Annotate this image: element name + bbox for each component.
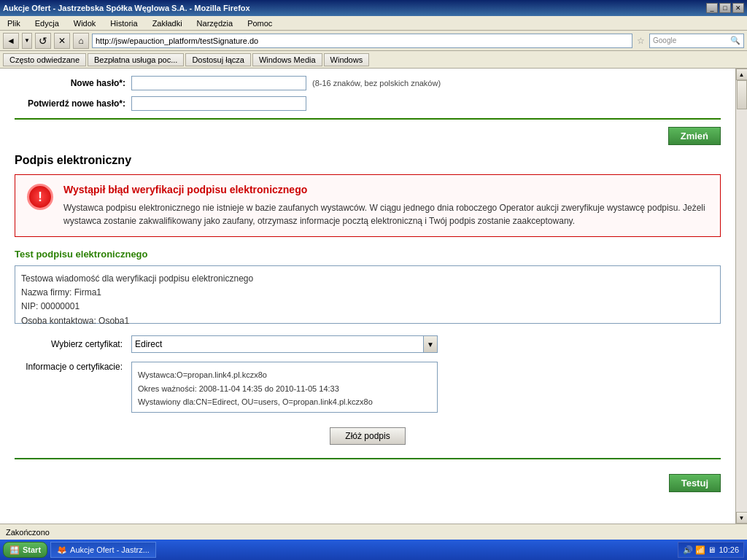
new-password-input[interactable] xyxy=(131,76,306,90)
system-tray: 🔊 📶 🖥 10:26 xyxy=(678,542,744,558)
scrollbar: ▲ ▼ xyxy=(735,69,747,524)
confirm-password-input[interactable] xyxy=(131,96,306,111)
browser-content: Nowe hasło*: (8-16 znaków, bez polskich … xyxy=(0,69,747,524)
test-message-box: Testowa wiadomość dla weryfikacji podpis… xyxy=(15,265,721,324)
test-message-line2: Nazwa firmy: Firma1 xyxy=(21,286,714,300)
test-section-title: Test podpisu elektronicznego xyxy=(15,249,721,260)
menu-narzedzia[interactable]: Narzędzia xyxy=(193,18,238,29)
system-time: 10:26 xyxy=(719,545,739,554)
search-placeholder: Google xyxy=(653,36,676,44)
taskbar-window-title: Aukcje Ofert - Jastrz... xyxy=(70,545,150,554)
start-label: Start xyxy=(23,545,41,554)
error-box: ! Wystąpił błąd weryfikacji podpisu elek… xyxy=(15,174,721,237)
taskbar: 🪟 Start 🦊 Aukcje Ofert - Jastrz... 🔊 📶 🖥… xyxy=(0,540,747,560)
section-title: Podpis elektroniczny xyxy=(15,154,721,167)
status-bar: Zakończono xyxy=(0,524,747,540)
menu-zakladki[interactable]: Zakładki xyxy=(148,18,187,29)
cert-select[interactable]: Edirect xyxy=(131,335,438,353)
window-title: Aukcje Ofert - Jastrzebska Spółka Węglow… xyxy=(3,4,250,12)
home-button[interactable]: ⌂ xyxy=(73,33,89,49)
cert-select-row: Wybierz certyfikat: Edirect ▼ xyxy=(15,335,721,353)
test-button[interactable]: Testuj xyxy=(669,474,721,492)
cert-info-label: Informacje o certyfikacie: xyxy=(15,362,131,372)
cert-info-line2: Okres ważności: 2008-11-04 14:35 do 2010… xyxy=(138,382,431,396)
test-message-line1: Testowa wiadomość dla weryfikacji podpis… xyxy=(21,272,714,286)
scroll-down-button[interactable]: ▼ xyxy=(736,512,748,524)
bookmark-dostosuj[interactable]: Dostosuj łącza xyxy=(185,53,251,66)
status-text: Zakończono xyxy=(6,528,50,537)
cert-info-line1: Wystawca:O=propan.link4.pl.kczx8o xyxy=(138,368,431,382)
bookmarks-bar: Często odwiedzane Bezpłatna usługa poc..… xyxy=(0,51,747,69)
menu-plik[interactable]: Plik xyxy=(3,18,25,29)
reload-button[interactable]: ↺ xyxy=(35,33,51,49)
window-controls: _ □ ✕ xyxy=(706,3,744,13)
cert-select-wrapper: Edirect ▼ xyxy=(131,335,438,353)
error-icon: ! xyxy=(27,184,53,210)
cert-dropdown-icon[interactable]: ▼ xyxy=(423,335,438,353)
bookmark-windows[interactable]: Windows xyxy=(324,53,370,66)
error-exclamation: ! xyxy=(38,190,42,205)
confirm-password-label: Potwierdź nowe hasło*: xyxy=(15,98,131,109)
tray-icons: 🔊 📶 🖥 xyxy=(683,545,716,555)
submit-button[interactable]: Złóż podpis xyxy=(330,427,405,445)
test-message-line3: NIP: 00000001 xyxy=(21,300,714,314)
bookmark-czesto[interactable]: Często odwiedzane xyxy=(3,53,86,66)
bottom-divider xyxy=(15,458,721,459)
error-body: Wystawca podpisu elektronicznego nie ist… xyxy=(63,201,708,228)
scroll-track[interactable] xyxy=(736,80,748,512)
back-button[interactable]: ◄ xyxy=(3,33,19,49)
submit-row: Złóż podpis xyxy=(15,421,721,451)
test-message-line4: Osoba kontaktowa: Osoba1 xyxy=(21,314,714,328)
error-content: Wystąpił błąd weryfikacji podpisu elektr… xyxy=(63,184,708,228)
new-password-label: Nowe hasło*: xyxy=(15,78,131,88)
firefox-icon: 🦊 xyxy=(57,545,67,555)
address-input[interactable] xyxy=(92,34,632,48)
search-box: Google 🔍 xyxy=(649,34,744,48)
start-icon: 🪟 xyxy=(9,545,20,555)
dropdown-history-button[interactable]: ▼ xyxy=(22,33,32,49)
minimize-button[interactable]: _ xyxy=(706,3,718,13)
menu-edycja[interactable]: Edycja xyxy=(31,18,63,29)
confirm-password-row: Potwierdź nowe hasło*: xyxy=(15,96,721,111)
maximize-button[interactable]: □ xyxy=(719,3,731,13)
error-title: Wystąpił błąd weryfikacji podpisu elektr… xyxy=(63,184,708,195)
title-bar: Aukcje Ofert - Jastrzebska Spółka Węglow… xyxy=(0,0,747,16)
cert-select-label: Wybierz certyfikat: xyxy=(15,339,131,349)
new-password-row: Nowe hasło*: (8-16 znaków, bez polskich … xyxy=(15,76,721,90)
page-content: Nowe hasło*: (8-16 znaków, bez polskich … xyxy=(0,69,735,524)
password-hint: (8-16 znaków, bez polskich znaków) xyxy=(312,79,441,88)
menu-widok[interactable]: Widok xyxy=(69,18,101,29)
cert-info-row: Informacje o certyfikacie: Wystawca:O=pr… xyxy=(15,362,721,413)
scroll-thumb[interactable] xyxy=(737,80,747,109)
menu-pomoc[interactable]: Pomoc xyxy=(243,18,276,29)
cert-info-line3: Wystawiony dla:CN=Edirect, OU=users, O=p… xyxy=(138,395,431,409)
scroll-up-button[interactable]: ▲ xyxy=(736,69,748,80)
menu-bar: Plik Edycja Widok Historia Zakładki Narz… xyxy=(0,16,747,31)
search-icon[interactable]: 🔍 xyxy=(730,36,740,45)
bookmark-windows-media[interactable]: Windows Media xyxy=(252,53,322,66)
stop-button[interactable]: ✕ xyxy=(54,33,70,49)
top-divider xyxy=(15,118,721,120)
close-button[interactable]: ✕ xyxy=(732,3,744,13)
menu-historia[interactable]: Historia xyxy=(106,18,142,29)
address-bar: ◄ ▼ ↺ ✕ ⌂ ☆ Google 🔍 xyxy=(0,31,747,51)
cert-info-box: Wystawca:O=propan.link4.pl.kczx8o Okres … xyxy=(131,362,438,413)
start-button[interactable]: 🪟 Start xyxy=(3,542,47,558)
taskbar-firefox-item[interactable]: 🦊 Aukcje Ofert - Jastrz... xyxy=(50,542,156,558)
bookmark-bezplatna[interactable]: Bezpłatna usługa poc... xyxy=(88,53,184,66)
change-button[interactable]: Zmień xyxy=(668,127,721,145)
